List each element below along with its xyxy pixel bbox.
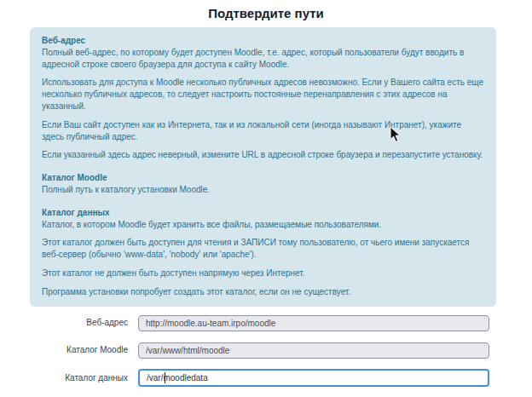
info-heading-data-directory: Каталог данных xyxy=(42,207,484,219)
web-address-label: Веб-адрес xyxy=(0,318,138,327)
field-row-moodle-directory: Каталог Moodle xyxy=(0,342,532,359)
info-paragraph: Каталог, в котором Moodle будет хранить … xyxy=(42,219,484,231)
install-confirm-paths-page: Подтвердите пути Веб-адрес Полный веб-ад… xyxy=(0,0,532,397)
info-paragraph: Использовать для доступа к Moodle нескол… xyxy=(42,77,484,112)
info-heading-web-address: Веб-адрес xyxy=(42,35,484,47)
moodle-directory-input[interactable] xyxy=(138,342,489,359)
paths-form: Веб-адрес Каталог Moodle Каталог данных xyxy=(0,314,532,387)
info-paragraph: Полный путь к каталогу установки Moodle. xyxy=(42,184,484,196)
info-paragraph: Полный веб-адрес, по которому будет дост… xyxy=(42,47,484,71)
info-paragraph: Если Ваш сайт доступен как из Интернета,… xyxy=(42,119,484,143)
paths-info-box: Веб-адрес Полный веб-адрес, по которому … xyxy=(30,27,496,307)
moodle-directory-label: Каталог Moodle xyxy=(0,345,138,354)
field-row-web-address: Веб-адрес xyxy=(0,314,532,331)
info-heading-moodle-directory: Каталог Moodle xyxy=(42,172,484,184)
data-directory-label: Каталог данных xyxy=(0,373,138,383)
web-address-input[interactable] xyxy=(138,315,489,331)
text-caret xyxy=(165,372,165,383)
info-paragraph: Этот каталог должен быть доступен для чт… xyxy=(42,237,484,261)
data-directory-input[interactable] xyxy=(138,369,489,387)
page-title: Подтвердите пути xyxy=(0,0,532,25)
info-paragraph: Программа установки попробует создать эт… xyxy=(42,286,484,298)
field-row-data-directory: Каталог данных xyxy=(0,369,532,387)
info-paragraph: Этот каталог не должен быть доступен нап… xyxy=(42,268,484,279)
info-paragraph: Если указанный здесь адрес неверный, изм… xyxy=(42,149,484,161)
